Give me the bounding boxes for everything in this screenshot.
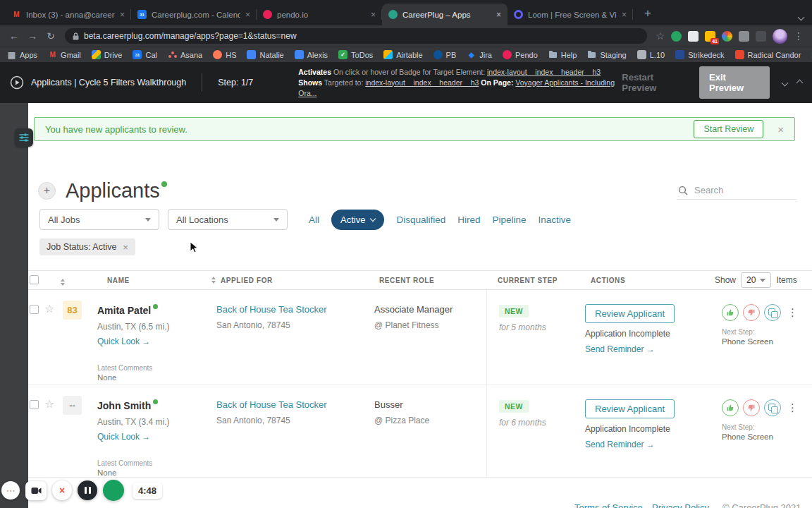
browser-tab-careerplug-active[interactable]: CareerPlug – Apps xyxy=(382,4,508,25)
terms-link[interactable]: Terms of Service xyxy=(574,502,643,508)
tab-close-icon[interactable] xyxy=(371,11,376,19)
browser-tab-pendo[interactable]: pendo.io xyxy=(257,4,382,25)
select-all-checkbox[interactable] xyxy=(30,275,39,284)
start-review-button[interactable]: Start Review xyxy=(694,120,763,138)
extension-icon[interactable] xyxy=(722,31,732,42)
extension-icon[interactable] xyxy=(671,31,682,42)
tab-search-icon[interactable] xyxy=(799,10,804,23)
bookmark-cal[interactable]: Cal xyxy=(133,50,157,59)
tab-close-icon[interactable] xyxy=(245,11,250,19)
bookmark-strikedeck[interactable]: Strikedeck xyxy=(675,50,724,59)
review-applicant-button[interactable]: Review Applicant xyxy=(585,399,675,418)
bookmark-radical-candor[interactable]: Radical Candor xyxy=(735,50,801,59)
tab-pipeline[interactable]: Pipeline xyxy=(492,214,526,225)
recorder-more-button[interactable] xyxy=(1,481,20,500)
thumbs-up-icon[interactable] xyxy=(722,399,739,416)
new-tab-button[interactable] xyxy=(639,4,657,23)
applicant-name-link[interactable]: Amita Patel xyxy=(97,305,151,316)
bookmark-jira[interactable]: Jira xyxy=(467,50,492,59)
bookmark-pendo[interactable]: Pendo xyxy=(503,50,538,59)
tab-hired[interactable]: Hired xyxy=(457,214,480,225)
bookmark-hs[interactable]: HS xyxy=(213,50,236,59)
match-score-badge[interactable]: 83 xyxy=(63,301,82,320)
bookmark-help-folder[interactable]: Help xyxy=(548,50,577,59)
bookmark-staging-folder[interactable]: Staging xyxy=(587,50,626,59)
tab-close-icon[interactable] xyxy=(496,11,501,19)
quick-look-link[interactable]: Quick Look → xyxy=(97,432,209,442)
thumbs-down-icon[interactable] xyxy=(743,304,760,321)
job-title-link[interactable]: Back of House Tea Stocker xyxy=(216,304,369,315)
header-name[interactable]: NAME xyxy=(89,277,209,284)
bookmark-drive[interactable]: Drive xyxy=(92,50,123,59)
extension-icon[interactable] xyxy=(739,31,749,42)
tab-close-icon[interactable] xyxy=(622,11,627,19)
restart-preview-button[interactable]: Restart Preview xyxy=(622,72,687,93)
sort-icon[interactable] xyxy=(211,277,216,284)
targeted-element-link[interactable]: index-layout__index__header__h3 xyxy=(365,78,479,87)
profile-avatar[interactable] xyxy=(773,29,787,44)
bookmark-gmail[interactable]: Gmail xyxy=(48,50,81,59)
bookmark-star-icon[interactable] xyxy=(656,31,665,41)
row-checkbox[interactable] xyxy=(30,305,39,314)
tab-inactive[interactable]: Inactive xyxy=(539,214,572,225)
header-applied-for[interactable]: APPLIED FOR xyxy=(209,277,369,284)
extension-icon[interactable] xyxy=(688,31,699,42)
row-menu-icon[interactable] xyxy=(787,306,798,319)
browser-tab-loom[interactable]: Loom | Free Screen & Video Re xyxy=(508,4,633,25)
job-status-chip[interactable]: Job Status: Active xyxy=(39,238,135,255)
bookmark-apps[interactable]: Apps xyxy=(7,50,37,59)
match-score-badge[interactable]: -- xyxy=(63,396,82,415)
row-checkbox[interactable] xyxy=(30,400,39,409)
send-reminder-link[interactable]: Send Reminder → xyxy=(585,440,715,449)
bookmark-pb[interactable]: PB xyxy=(433,50,457,59)
locations-select[interactable]: All Locations xyxy=(168,209,288,230)
browser-tab-inbox[interactable]: Inbox (3) - anna@careerplug.c xyxy=(6,4,131,25)
thumbs-down-icon[interactable] xyxy=(743,399,760,416)
chevron-down-icon[interactable] xyxy=(782,79,789,86)
chip-remove-icon[interactable] xyxy=(123,243,128,252)
privacy-link[interactable]: Privacy Policy xyxy=(652,502,709,508)
thumbs-up-icon[interactable] xyxy=(722,304,739,321)
send-reminder-link[interactable]: Send Reminder → xyxy=(585,344,715,354)
copy-chat-icon[interactable] xyxy=(764,304,781,321)
banner-close-icon[interactable] xyxy=(777,124,784,135)
browser-tab-calendar[interactable]: Careerplug.com - Calendar - V xyxy=(131,4,257,25)
jobs-select[interactable]: All Jobs xyxy=(39,209,159,230)
page-size-select[interactable]: 20 xyxy=(741,272,771,288)
search-input[interactable] xyxy=(694,185,786,195)
copy-chat-icon[interactable] xyxy=(764,399,781,416)
browser-menu-icon[interactable] xyxy=(794,31,804,41)
bookmark-airtable[interactable]: Airtable xyxy=(383,50,422,59)
chevron-up-icon[interactable] xyxy=(796,79,804,86)
favorite-star-icon[interactable] xyxy=(42,385,61,477)
back-button[interactable] xyxy=(6,28,23,44)
search-box[interactable] xyxy=(677,181,796,200)
bookmark-asana[interactable]: Asana xyxy=(168,50,202,59)
camera-toggle-button[interactable] xyxy=(25,481,47,500)
applicant-name-link[interactable]: John Smith xyxy=(97,400,151,411)
forward-button[interactable] xyxy=(24,28,41,44)
filters-launcher-button[interactable] xyxy=(15,128,33,147)
bookmark-todos[interactable]: ToDos xyxy=(338,50,373,59)
row-menu-icon[interactable] xyxy=(787,401,798,414)
address-bar[interactable]: beta.careerplug.com/manage/apps?page=1&s… xyxy=(65,28,647,44)
extension-icon[interactable]: 41 xyxy=(705,31,715,42)
bookmark-alexis[interactable]: Alexis xyxy=(295,50,328,59)
target-element-link[interactable]: index-layout__index__header__h3 xyxy=(487,68,601,76)
exit-preview-button[interactable]: Exit Preview xyxy=(699,66,770,99)
tab-active-selected[interactable]: Active xyxy=(331,210,384,230)
job-title-link[interactable]: Back of House Tea Stocker xyxy=(216,399,369,410)
add-applicant-button[interactable] xyxy=(38,182,56,200)
tab-disqualified[interactable]: Disqualified xyxy=(396,214,445,225)
bookmark-l10[interactable]: L.10 xyxy=(637,50,665,59)
sort-icon[interactable] xyxy=(61,279,65,286)
reload-button[interactable] xyxy=(42,28,59,44)
review-applicant-button[interactable]: Review Applicant xyxy=(585,304,675,323)
quick-look-link[interactable]: Quick Look → xyxy=(97,337,209,346)
pause-recording-button[interactable] xyxy=(78,480,97,500)
extension-icon[interactable] xyxy=(756,31,766,42)
tab-close-icon[interactable] xyxy=(120,11,125,19)
finish-recording-button[interactable] xyxy=(103,480,124,501)
tab-all[interactable]: All xyxy=(309,214,319,225)
favorite-star-icon[interactable] xyxy=(42,290,61,385)
